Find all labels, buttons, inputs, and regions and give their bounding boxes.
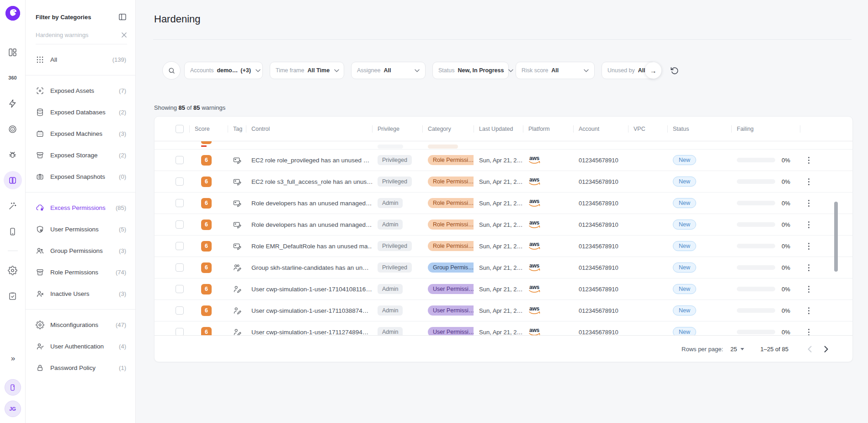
count-badge: (3)	[119, 247, 126, 254]
account-id: 012345678910	[579, 200, 618, 207]
caret-down-icon	[740, 348, 744, 350]
select-all-checkbox[interactable]	[176, 125, 184, 133]
discovery-360-icon[interactable]: 360	[4, 65, 22, 91]
clipboard-check-icon[interactable]	[4, 283, 22, 309]
row-menu-button[interactable]	[805, 176, 812, 187]
control-link[interactable]: Role developers has an unused managed…	[251, 200, 372, 207]
filter-sidebar: Filter by Categories All (139) Exposed A…	[26, 0, 136, 423]
cloud-lock-icon	[36, 203, 44, 212]
col-status[interactable]: Status	[667, 117, 731, 141]
row-checkbox[interactable]	[176, 263, 184, 272]
col-control[interactable]: Control	[246, 117, 372, 141]
accounts-filter[interactable]: Accounts demo… (+3)	[184, 62, 263, 79]
row-checkbox[interactable]	[176, 285, 184, 293]
status-filter[interactable]: Status New, In Progress	[432, 62, 509, 79]
reset-filters-icon[interactable]	[670, 66, 679, 75]
col-last-updated[interactable]: Last Updated	[474, 117, 523, 141]
radar-icon[interactable]	[4, 116, 22, 142]
privilege-chip: Admin	[378, 220, 403, 230]
sidebar-item-exposed-assets[interactable]: Exposed Assets (7)	[26, 80, 135, 102]
sidebar-item-exposed-storage[interactable]: Exposed Storage (2)	[26, 145, 135, 166]
row-checkbox[interactable]	[176, 306, 184, 315]
previous-page-button[interactable]	[803, 343, 816, 356]
risk-score-filter[interactable]: Risk score All	[516, 62, 595, 79]
hardening-book-icon[interactable]	[4, 167, 22, 193]
failing-bar	[737, 158, 775, 162]
col-account[interactable]: Account	[573, 117, 628, 141]
sidebar-item-misconfigurations[interactable]: Misconfigurations (47)	[26, 314, 135, 336]
row-checkbox[interactable]	[176, 328, 184, 335]
control-link[interactable]: User cwp-simulation-1-user-1711038874…	[251, 307, 368, 314]
row-menu-button[interactable]	[805, 305, 812, 316]
sidebar-item-all[interactable]: All (139)	[26, 49, 135, 70]
account-id: 012345678910	[579, 157, 618, 164]
role-tag-icon	[233, 220, 242, 229]
col-score[interactable]: Score	[189, 117, 228, 141]
row-menu-button[interactable]	[805, 262, 812, 273]
device-avatar-icon[interactable]	[5, 379, 21, 396]
control-link[interactable]: Role EMR_DefaultRole has an unused ma…	[251, 243, 372, 250]
sidebar-item-exposed-snapshots[interactable]: Exposed Snapshots (0)	[26, 166, 135, 187]
col-tag[interactable]: Tag	[228, 117, 246, 141]
score-badge: 6	[201, 220, 212, 230]
sidebar-item-exposed-databases[interactable]: Exposed Databases (2)	[26, 102, 135, 123]
sidebar-item-role-permissions[interactable]: Role Permissions (74)	[26, 262, 135, 283]
settings-gear-icon[interactable]	[4, 257, 22, 283]
lightning-icon[interactable]	[4, 91, 22, 116]
category-search-input[interactable]	[36, 32, 113, 38]
col-category[interactable]: Category	[422, 117, 474, 141]
sidebar-item-inactive-users[interactable]: Inactive Users (3)	[26, 283, 135, 305]
row-menu-button[interactable]	[805, 326, 812, 335]
row-menu-button[interactable]	[805, 240, 812, 252]
user-avatar[interactable]: JG	[5, 401, 21, 417]
control-link[interactable]: EC2 role role_provileged has an unused …	[251, 157, 369, 164]
search-button[interactable]	[162, 61, 181, 80]
status-badge: New	[673, 305, 696, 316]
control-link[interactable]: Role developers has an unused managed…	[251, 221, 372, 228]
control-link[interactable]: EC2 role s3_full_access_role has an unus…	[251, 178, 372, 185]
col-vpc[interactable]: VPC	[628, 117, 667, 141]
sidebar-item-user-authentication[interactable]: User Authentication (4)	[26, 336, 135, 357]
collapse-panel-icon[interactable]	[118, 12, 127, 21]
col-privilege[interactable]: Privilege	[372, 117, 422, 141]
sidebar-item-excess-permissions[interactable]: Excess Permissions (85)	[26, 197, 135, 219]
sidebar-item-password-policy[interactable]: Password Policy (1)	[26, 357, 135, 379]
role-tag-icon	[233, 199, 242, 208]
sidebar-item-exposed-machines[interactable]: Exposed Machines (3)	[26, 123, 135, 145]
col-platform[interactable]: Platform	[523, 117, 573, 141]
row-checkbox[interactable]	[176, 220, 184, 229]
dashboard-icon[interactable]	[4, 39, 22, 65]
sidebar-item-group-permissions[interactable]: Group Permissions (3)	[26, 240, 135, 262]
col-failing[interactable]: Failing	[731, 117, 800, 141]
count-badge: (0)	[119, 173, 126, 180]
bug-icon[interactable]	[4, 142, 22, 167]
control-link[interactable]: User cwp-simulation-1-user-1711274894…	[251, 329, 368, 336]
assignee-filter[interactable]: Assignee All	[351, 62, 426, 79]
row-menu-button[interactable]	[805, 154, 812, 166]
row-checkbox[interactable]	[176, 242, 184, 250]
table-row: 6 Group skh-starline-candidates has an u…	[154, 257, 852, 278]
row-checkbox[interactable]	[176, 199, 184, 207]
row-menu-button[interactable]	[805, 197, 812, 209]
timeframe-filter[interactable]: Time frame All Time	[270, 62, 344, 79]
sidebar-item-user-permissions[interactable]: User Permissions (5)	[26, 219, 135, 240]
row-checkbox[interactable]	[176, 156, 184, 164]
table-row: 6 EC2 role role_provileged has an unused…	[154, 150, 852, 171]
clear-search-icon[interactable]	[121, 32, 127, 38]
row-menu-button[interactable]	[805, 219, 812, 230]
row-checkbox[interactable]	[176, 177, 184, 186]
row-menu-button[interactable]	[805, 283, 812, 295]
scroll-filters-arrow-button[interactable]: →	[645, 62, 661, 79]
table-body: 6 EC2 role role_provileged has an unused…	[154, 141, 852, 335]
lock-icon	[36, 364, 44, 372]
expand-sidebar-chevrons-icon[interactable]: »	[11, 354, 14, 363]
control-link[interactable]: Group skh-starline-candidates has an un…	[251, 264, 369, 271]
mobile-icon[interactable]	[4, 219, 22, 244]
next-page-button[interactable]	[820, 343, 832, 356]
magic-wand-icon[interactable]	[4, 193, 22, 219]
rail-divider	[8, 251, 18, 251]
orca-logo[interactable]	[5, 6, 20, 21]
rows-per-page-select[interactable]: 25	[730, 346, 744, 353]
control-link[interactable]: User cwp-simulation-1-user-17104108116…	[251, 286, 372, 293]
table-scrollbar-thumb[interactable]	[834, 202, 838, 272]
